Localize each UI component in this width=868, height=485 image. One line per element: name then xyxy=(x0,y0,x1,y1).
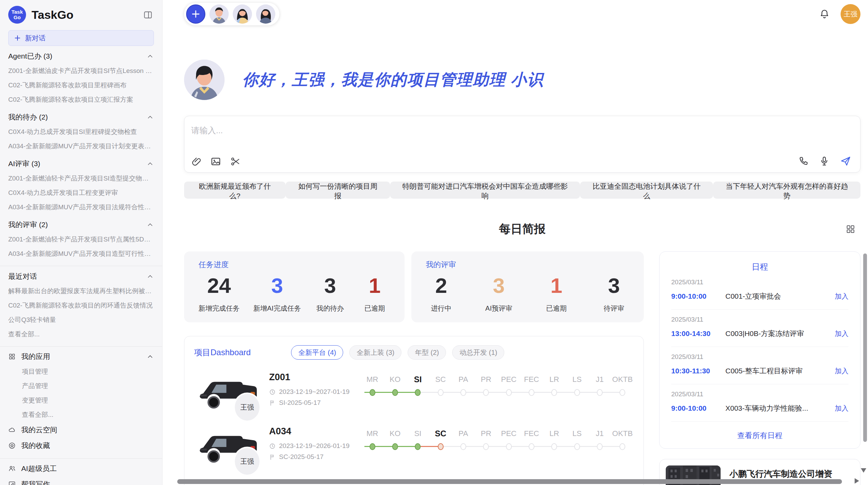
app-link[interactable]: 产品管理 xyxy=(8,379,154,393)
dashboard-tab[interactable]: 全新平台 (4) xyxy=(291,345,343,360)
event-date: 2025/03/11 xyxy=(671,316,848,323)
sidebar-task-item[interactable]: Z001-全新燃油皮卡产品开发项目SI节点Lesson Learn报告 xyxy=(8,64,154,78)
snippet-button[interactable] xyxy=(230,156,241,167)
image-icon xyxy=(210,156,221,167)
insert-image-button[interactable] xyxy=(210,156,221,167)
sidebar-task-item[interactable]: C02-飞腾新能源轻客改款项目里程碑画布 xyxy=(8,78,154,92)
section-list: Z001-全新燃油皮卡产品开发项目SI节点Lesson Learn报告C02-飞… xyxy=(8,64,154,107)
section-title: Agent已办 (3) xyxy=(8,51,52,61)
help-me-write-row[interactable]: 帮我写作 xyxy=(8,476,154,485)
milestone: LS xyxy=(566,373,588,399)
sidebar-task-item[interactable]: A034-全新新能源MUV产品开发项目计划变更表编写 xyxy=(8,139,154,153)
scroll-right-arrow[interactable] xyxy=(855,478,859,484)
member-avatar-2[interactable] xyxy=(233,4,252,24)
suggestion-chip[interactable]: 如何写一份清晰的项目周报 xyxy=(286,182,390,199)
task-stats: 24 新增完成任务 3 新增AI完成任务 3 我的待办 1 xyxy=(198,273,390,313)
join-link[interactable]: 加入 xyxy=(835,292,848,301)
flag-icon xyxy=(269,400,276,406)
milestone-dot xyxy=(551,443,557,450)
recent-chat-item[interactable]: C02-飞腾新能源轻客改款项目的闭环通告反馈情况 xyxy=(8,298,154,313)
grid-layout-icon xyxy=(845,224,856,234)
join-link[interactable]: 加入 xyxy=(835,404,848,413)
dashboard-tab[interactable]: 动总开发 (1) xyxy=(452,345,504,360)
daily-brief-header: 每日简报 xyxy=(184,221,860,236)
plus-icon xyxy=(14,35,21,41)
stat: 24 新增完成任务 xyxy=(198,273,240,313)
sidebar-task-item[interactable]: C0X4-动力总成开发项目工程变更评审 xyxy=(8,186,154,200)
my-favorites-row[interactable]: 我的收藏 xyxy=(8,438,154,453)
app-link[interactable]: 项目管理 xyxy=(8,364,154,379)
stat-value: 3 xyxy=(483,273,514,298)
milestone-dot xyxy=(392,443,398,450)
section-list: Z001-全新燃油轻卡产品开发项目SI节点属性5D文件评审A034-全新新能源M… xyxy=(8,232,154,261)
event-date: 2025/03/11 xyxy=(671,278,848,286)
milestone-label: LS xyxy=(566,373,588,386)
new-chat-button[interactable]: 新对话 xyxy=(8,30,154,46)
section-list: 解释最新出台的欧盟报废车法规再生塑料比例被调至15%...C02-飞腾新能源轻客… xyxy=(8,284,154,327)
recent-chat-item[interactable]: 解释最新出台的欧盟报废车法规再生塑料比例被调至15%... xyxy=(8,284,154,298)
milestone: LS xyxy=(566,427,588,453)
dashboard-tab[interactable]: 年型 (2) xyxy=(408,345,446,360)
stat-label: 待评审 xyxy=(599,304,629,313)
dashboard-tab[interactable]: 全新上装 (3) xyxy=(349,345,401,360)
voice-call-button[interactable] xyxy=(798,156,809,166)
add-member-button[interactable] xyxy=(186,4,205,24)
project-row[interactable]: 王强 Z001 2023-12-19~2027-01-19 SI-2025-05… xyxy=(194,372,634,414)
stat-label: 已逾期 xyxy=(541,304,572,313)
milestone-label: SI xyxy=(407,373,429,386)
view-all-schedule-link[interactable]: 查看所有日程 xyxy=(671,422,848,441)
suggestion-chip[interactable]: 特朗普可能对进口汽车增税会对中国车企造成哪些影响 xyxy=(390,182,580,199)
scissors-icon xyxy=(230,156,241,167)
microphone-button[interactable] xyxy=(819,156,830,166)
send-button[interactable] xyxy=(840,156,851,167)
sidebar-task-item[interactable]: C0X4-动力总成开发项目SI里程碑提交物检查 xyxy=(8,125,154,139)
member-pill xyxy=(184,3,279,25)
member-avatar-3[interactable] xyxy=(256,4,275,24)
project-code: Z001 xyxy=(269,372,361,383)
sidebar-task-item[interactable]: C02-飞腾新能源轻客改款项目立项汇报方案 xyxy=(8,92,154,107)
attach-file-button[interactable] xyxy=(191,157,202,167)
flag-icon xyxy=(269,454,276,460)
app-link[interactable]: 查看全部... xyxy=(8,408,154,422)
milestone-label: PEC xyxy=(497,373,520,386)
chat-composer[interactable]: 请输入... xyxy=(184,116,860,173)
stat-label: 新增AI完成任务 xyxy=(253,304,301,313)
section-my-review: 我的评审 (2) Z001-全新燃油轻卡产品开发项目SI节点属性5D文件评审A0… xyxy=(8,217,154,261)
chevron-up-icon[interactable] xyxy=(146,273,154,280)
scroll-down-arrow[interactable] xyxy=(861,468,866,473)
clock-icon xyxy=(269,443,276,449)
section-my-todo: 我的待办 (2) C0X4-动力总成开发项目SI里程碑提交物检查A034-全新新… xyxy=(8,110,154,153)
layout-switch-button[interactable] xyxy=(844,223,857,236)
chevron-up-icon[interactable] xyxy=(146,52,154,60)
horizontal-scrollbar[interactable] xyxy=(177,479,842,484)
project-row[interactable]: 王强 A034 2023-12-19~2026-01-19 SC-2025-05… xyxy=(194,426,634,468)
vertical-scrollbar[interactable] xyxy=(863,253,867,442)
my-cloud-row[interactable]: 我的云空间 xyxy=(8,422,154,438)
sidebar-task-item[interactable]: Z001-全新燃油轻卡产品开发项目SI节点属性5D文件评审 xyxy=(8,232,154,247)
chevron-up-icon[interactable] xyxy=(146,221,154,228)
recent-chat-item[interactable]: 公司Q3轻卡销量 xyxy=(8,313,154,327)
chevron-up-icon[interactable] xyxy=(146,353,154,360)
chevron-up-icon[interactable] xyxy=(146,113,154,121)
notifications-button[interactable] xyxy=(818,8,831,21)
my-apps-row[interactable]: 我的应用 xyxy=(8,349,154,364)
join-link[interactable]: 加入 xyxy=(835,329,848,338)
user-avatar[interactable]: 王强 xyxy=(841,4,860,24)
paperclip-icon xyxy=(191,157,202,167)
view-all-chats-link[interactable]: 查看全部... xyxy=(8,327,154,341)
event-time: 13:00-14:30 xyxy=(671,329,725,338)
sidebar-task-item[interactable]: A034-全新新能源MUV产品开发项目法规符合性评审 xyxy=(8,200,154,214)
app-link[interactable]: 变更管理 xyxy=(8,393,154,408)
collapse-sidebar-button[interactable] xyxy=(142,9,154,21)
chevron-up-icon[interactable] xyxy=(146,160,154,167)
divider xyxy=(0,266,162,266)
suggestion-chip[interactable]: 当下年轻人对汽车外观有怎样的喜好趋势 xyxy=(713,182,860,199)
member-avatar-1[interactable] xyxy=(209,4,229,24)
sidebar-task-item[interactable]: A034-全新新能源MUV产品开发项目造型可行性评审 xyxy=(8,247,154,261)
sidebar-task-item[interactable]: Z001-全新燃油轻卡产品开发项目SI造型提交物评审 xyxy=(8,171,154,186)
join-link[interactable]: 加入 xyxy=(835,366,848,376)
suggestion-chip[interactable]: 比亚迪全固态电池计划具体说了什么 xyxy=(580,182,713,199)
suggestion-chip[interactable]: 欧洲新规最近颁布了什么? xyxy=(184,182,286,199)
daily-brief-title: 每日简报 xyxy=(499,222,546,235)
ai-super-staff-row[interactable]: AI超级员工 xyxy=(8,461,154,476)
